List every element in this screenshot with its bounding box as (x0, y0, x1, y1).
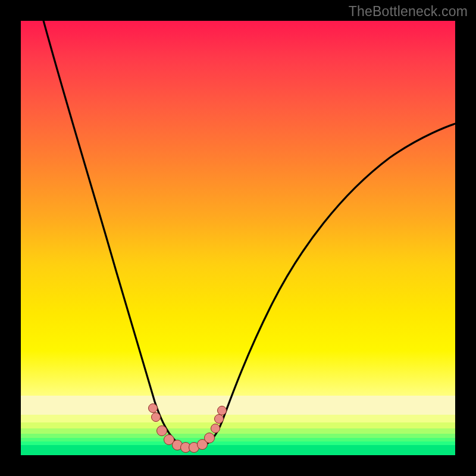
curve-marker (204, 433, 215, 443)
curve-marker (217, 406, 227, 415)
curve-marker (211, 424, 220, 433)
chart-frame: TheBottleneck.com (0, 0, 476, 476)
curve-path (39, 21, 455, 447)
curve-marker (151, 412, 161, 422)
curve-marker (148, 403, 158, 413)
watermark-text: TheBottleneck.com (349, 4, 468, 20)
plot-area (21, 21, 455, 455)
curve-marker (156, 425, 167, 436)
curve-marker (214, 414, 224, 424)
bottleneck-curve (21, 21, 455, 455)
